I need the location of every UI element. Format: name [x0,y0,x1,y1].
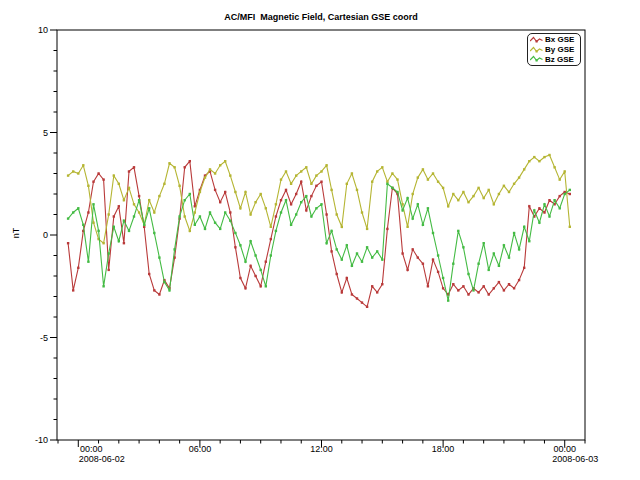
series-marker [518,248,520,250]
series-marker [310,195,312,197]
legend-item-label: Bx GSE [545,35,574,44]
series-marker [244,191,246,193]
series-marker [133,166,135,168]
series-marker [133,215,135,217]
series-marker [330,230,332,232]
series-marker [351,172,353,174]
series-marker [254,201,256,203]
series-marker [533,209,535,211]
series-marker [234,232,236,234]
series-marker [244,261,246,263]
series-marker [163,183,165,185]
series-marker [219,228,221,230]
series-marker [422,224,424,226]
series-marker [189,230,191,232]
series-marker [341,291,343,293]
series-marker [194,224,196,226]
series-marker [229,174,231,176]
series-marker [371,256,373,258]
series-marker [513,183,515,185]
series-marker [472,195,474,197]
series-marker [341,258,343,260]
series-marker [498,193,500,195]
series-marker [184,199,186,201]
series-marker [199,191,201,193]
series-marker [538,222,540,224]
series-marker [128,187,130,189]
series-marker [330,250,332,252]
x-date-label: 2008-06-03 [552,454,622,464]
series-marker [97,172,99,174]
series-marker [462,191,464,193]
series-marker [239,244,241,246]
series-marker [457,289,459,291]
series-marker [467,293,469,295]
series-marker [108,213,110,215]
series-marker [87,211,89,213]
series-marker [260,193,262,195]
series-marker [442,277,444,279]
series-marker [406,269,408,271]
series-marker [533,156,535,158]
series-marker [518,279,520,281]
series-marker [361,261,363,263]
series-marker [320,170,322,172]
series-marker [452,193,454,195]
series-marker [300,170,302,172]
series-marker [108,269,110,271]
series-marker [148,207,150,209]
series-marker [442,187,444,189]
series-marker [214,189,216,191]
series-marker [381,166,383,168]
series-marker [351,293,353,295]
series-marker [437,271,439,273]
series-line-bx [68,161,570,307]
series-marker [72,289,74,291]
series-marker [452,283,454,285]
series-marker [244,287,246,289]
series-marker [452,263,454,265]
series-marker [548,215,550,217]
series-marker [325,164,327,166]
series-marker [123,220,125,222]
series-marker [219,164,221,166]
series-marker [173,248,175,250]
series-marker [361,211,363,213]
chart-title: AC/MFI Magnetic Field, Cartesian GSE coo… [57,12,585,22]
series-marker [153,289,155,291]
legend-line-sample-icon [530,55,543,63]
series-marker [102,285,104,287]
series-marker [270,254,272,256]
series-marker [224,191,226,193]
series-marker [366,228,368,230]
series-marker [346,244,348,246]
series-marker [214,172,216,174]
series-marker [254,275,256,277]
series-marker [493,287,495,289]
y-tick-label: -10 [18,435,48,445]
series-marker [138,199,140,201]
series-marker [376,291,378,293]
series-marker [249,213,251,215]
series-marker [285,199,287,201]
series-marker [194,211,196,213]
series-marker [528,160,530,162]
series-marker [305,209,307,211]
series-marker [523,226,525,228]
series-marker [310,215,312,217]
series-marker [376,250,378,252]
series-marker [224,160,226,162]
series-marker [417,203,419,205]
series-marker [67,217,69,219]
series-marker [209,168,211,170]
series-marker [265,285,267,287]
x-tick-label: 06:00 [180,444,220,454]
legend-item: Bx GSE [530,35,578,45]
series-marker [371,285,373,287]
series-marker [239,207,241,209]
series-marker [214,222,216,224]
series-marker [528,205,530,207]
series-marker [472,289,474,291]
series-marker [538,207,540,209]
series-marker [234,246,236,248]
